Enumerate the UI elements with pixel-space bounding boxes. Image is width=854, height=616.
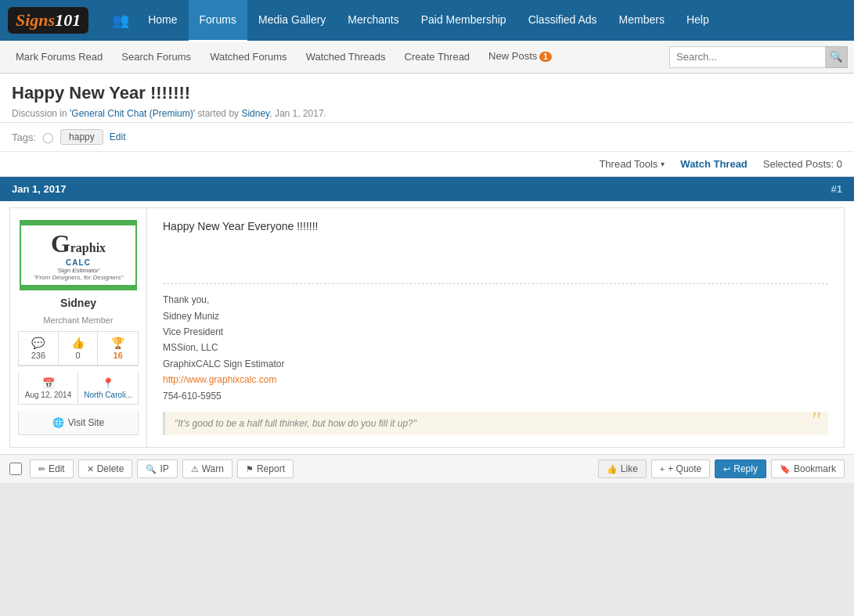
sub-nav-watched-forums[interactable]: Watched Forums xyxy=(200,41,297,74)
quote-mark-icon: " xyxy=(810,408,820,431)
nav-help[interactable]: Help xyxy=(676,0,720,42)
post-quote: "It's good to be a half full thinker, bu… xyxy=(163,412,828,435)
thread-tools-bar: Thread Tools ▾ Watch Thread Selected Pos… xyxy=(0,152,854,177)
search-input[interactable] xyxy=(669,46,826,68)
reply-button[interactable]: ↩ Reply xyxy=(715,459,766,478)
post-select-checkbox[interactable] xyxy=(9,463,22,475)
nav-media-gallery[interactable]: Media Gallery xyxy=(247,0,337,42)
post-date-header: Jan 1, 2017 #1 xyxy=(0,177,854,201)
edit-button[interactable]: ✏ Edit xyxy=(30,459,74,478)
sub-nav-watched-threads[interactable]: Watched Threads xyxy=(297,41,395,74)
sig-phone: 754-610-5955 xyxy=(163,388,828,404)
post-text: Happy New Year Everyone !!!!!!! xyxy=(163,220,828,268)
nav-merchants[interactable]: Merchants xyxy=(337,0,409,42)
username[interactable]: Sidney xyxy=(60,297,96,309)
user-location[interactable]: North Caroli... xyxy=(81,391,135,399)
like-icon: 👍 xyxy=(607,464,618,474)
search-area: 🔍 xyxy=(669,46,848,68)
post-container: G raphix CALC 'Sign Estimator' "From Des… xyxy=(9,207,845,448)
like-label: Like xyxy=(621,463,638,474)
sub-nav-new-posts[interactable]: New Posts1 xyxy=(479,40,561,74)
report-button[interactable]: ⚑ Report xyxy=(237,459,294,478)
tag-icon: ◯ xyxy=(42,131,54,143)
delete-label: Delete xyxy=(97,463,124,474)
avatar-top-bar xyxy=(21,220,135,225)
ip-button[interactable]: 🔍 IP xyxy=(137,459,177,478)
quote-label: + Quote xyxy=(668,463,701,474)
tags-bar: Tags: ◯ happy Edit xyxy=(0,123,854,152)
avatar-bottom-bar xyxy=(21,285,135,290)
thread-date: Jan 1, 2017 xyxy=(275,108,324,119)
reply-icon: ↩ xyxy=(723,464,730,474)
thread-meta: Discussion in 'General Chit Chat (Premiu… xyxy=(12,108,842,119)
user-role: Merchant Member xyxy=(43,315,113,325)
sub-nav-search-forums[interactable]: Search Forums xyxy=(112,41,200,74)
logo-text: Signs101 xyxy=(16,10,81,30)
edit-icon: ✏ xyxy=(38,464,45,474)
likes-icon: 👍 xyxy=(62,337,95,349)
post-number: #1 xyxy=(831,183,842,195)
sub-navigation: Mark Forums Read Search Forums Watched F… xyxy=(0,41,854,74)
delete-icon: ✕ xyxy=(87,464,94,474)
user-meta: 📅 Aug 12, 2014 📍 North Caroli... xyxy=(18,373,139,405)
meta-text: Discussion in xyxy=(12,108,67,119)
edit-label: Edit xyxy=(49,463,65,474)
avatar-logo-g: G xyxy=(51,229,70,258)
visit-site-button[interactable]: 🌐 Visit Site xyxy=(18,411,139,435)
nav-home[interactable]: Home xyxy=(137,0,188,42)
tag-value: happy xyxy=(60,129,103,145)
top-navigation: Signs101 👥 Home Forums Media Gallery Mer… xyxy=(0,0,854,41)
sig-line2: Sidney Muniz xyxy=(163,308,828,324)
warn-button[interactable]: ⚠ Warn xyxy=(182,459,232,478)
avatar-subtitle: "From Designers, for Designers" xyxy=(25,274,132,281)
author-link[interactable]: Sidney xyxy=(241,108,269,119)
nav-classified-ads[interactable]: Classified Ads xyxy=(517,0,608,42)
reply-label: Reply xyxy=(733,463,758,474)
sub-nav-create-thread[interactable]: Create Thread xyxy=(395,41,480,74)
quote-text: "It's good to be a half full thinker, bu… xyxy=(175,418,416,429)
forum-link[interactable]: 'General Chit Chat (Premium)' xyxy=(70,108,195,119)
selected-posts-count: Selected Posts: 0 xyxy=(763,158,842,170)
avatar-logo-rest: raphix xyxy=(70,241,106,255)
nav-members[interactable]: Members xyxy=(608,0,676,42)
post-date: Jan 1, 2017 xyxy=(12,183,66,195)
warn-icon: ⚠ xyxy=(191,464,199,474)
quote-icon: + xyxy=(660,464,665,474)
site-logo[interactable]: Signs101 xyxy=(8,7,88,34)
started-by-text: started by xyxy=(197,108,241,119)
ip-label: IP xyxy=(160,463,168,474)
sig-line5: GraphixCALC Sign Estimator xyxy=(163,356,828,372)
trophies-stat: 🏆 16 xyxy=(98,332,138,366)
trophy-icon: 🏆 xyxy=(101,337,135,349)
thread-tools-button[interactable]: Thread Tools ▾ xyxy=(599,158,665,170)
new-posts-badge: 1 xyxy=(539,52,552,62)
search-button[interactable]: 🔍 xyxy=(826,46,848,68)
likes-count: 0 xyxy=(62,351,95,360)
bookmark-button[interactable]: 🔖 Bookmark xyxy=(771,459,845,478)
likes-stat: 👍 0 xyxy=(59,332,99,366)
watch-thread-button[interactable]: Watch Thread xyxy=(680,158,747,170)
sig-line4: MSSion, LLC xyxy=(163,340,828,355)
sig-line3: Vice President xyxy=(163,324,828,340)
thread-title-bar: Happy New Year !!!!!!! Discussion in 'Ge… xyxy=(0,74,854,123)
tag-edit-link[interactable]: Edit xyxy=(110,131,126,142)
avatar-inner: G raphix CALC 'Sign Estimator' "From Des… xyxy=(21,225,135,285)
user-panel: G raphix CALC 'Sign Estimator' "From Des… xyxy=(10,208,147,447)
bookmark-label: Bookmark xyxy=(794,463,836,474)
location-icon: 📍 xyxy=(81,377,135,389)
report-icon: ⚑ xyxy=(246,464,254,474)
tags-label: Tags: xyxy=(12,131,36,143)
top-nav-links: Home Forums Media Gallery Merchants Paid… xyxy=(137,0,846,42)
sig-link[interactable]: http://www.graphixcalc.com xyxy=(163,374,276,385)
quote-button[interactable]: + + Quote xyxy=(651,459,710,478)
delete-button[interactable]: ✕ Delete xyxy=(78,459,133,478)
nav-forums[interactable]: Forums xyxy=(189,0,247,42)
like-button[interactable]: 👍 Like xyxy=(598,459,647,478)
page-content: Happy New Year !!!!!!! Discussion in 'Ge… xyxy=(0,74,854,483)
post-actions-bar: ✏ Edit ✕ Delete 🔍 IP ⚠ Warn ⚑ Report 👍 L… xyxy=(0,454,854,483)
nav-paid-membership[interactable]: Paid Membership xyxy=(410,0,517,42)
new-posts-label: New Posts xyxy=(488,50,537,62)
sub-nav-mark-forums-read[interactable]: Mark Forums Read xyxy=(6,41,112,74)
thread-tools-label: Thread Tools xyxy=(599,158,658,170)
join-date-cell: 📅 Aug 12, 2014 xyxy=(19,373,78,404)
